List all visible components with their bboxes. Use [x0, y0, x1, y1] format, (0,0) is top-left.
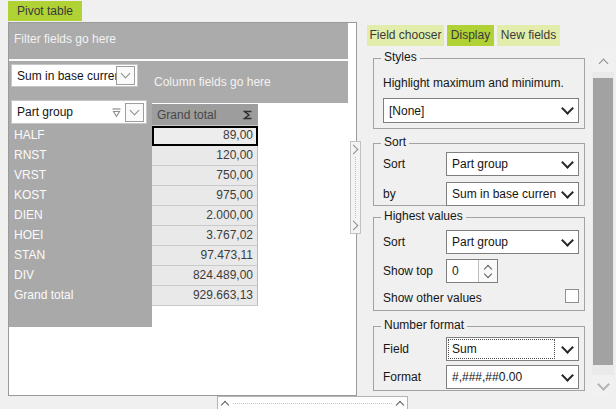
row-label[interactable]: RNST [9, 145, 152, 165]
highlight-style-combobox[interactable]: [None] [383, 98, 579, 123]
show-top-spinner[interactable]: 0 [446, 259, 498, 283]
show-other-values-checkbox[interactable] [565, 289, 579, 303]
row-label[interactable]: Grand total [9, 285, 152, 305]
tab-field-chooser[interactable]: Field chooser [367, 25, 444, 46]
tab-display[interactable]: Display [447, 25, 494, 46]
pivot-header-area: Filter fields go here Column fields go h… [9, 23, 348, 103]
value-cell[interactable]: 750,00 [152, 166, 258, 186]
chevron-down-icon [597, 378, 610, 391]
row-label[interactable]: DIEN [9, 205, 152, 225]
combobox-dropdown-button[interactable] [556, 238, 578, 247]
value-cell[interactable]: 975,00 [152, 186, 258, 206]
value-column: 89,00120,00750,00975,002.000,003.767,029… [152, 125, 258, 306]
combobox-value: Part group [12, 105, 111, 119]
format-label: Format [383, 370, 421, 384]
vertical-scrollbar[interactable] [592, 50, 614, 397]
row-label[interactable]: HOEI [9, 225, 152, 245]
spinner-value: 0 [447, 260, 478, 282]
number-format-legend: Number format [381, 318, 467, 332]
highest-sort-combobox[interactable]: Part group [446, 230, 579, 254]
show-other-values-label: Show other values [383, 291, 482, 305]
sort-label: Sort [383, 157, 405, 171]
chevron-down-icon [561, 102, 574, 115]
sort-by-combobox[interactable]: Sum in base currency [446, 182, 579, 206]
scrollbar-thumb[interactable] [593, 78, 613, 365]
filter-fields-dropzone[interactable]: Filter fields go here [14, 32, 116, 46]
pivot-table-window: Pivot table Filter fields go here Column… [0, 0, 616, 409]
chevron-right-icon [349, 221, 359, 231]
combobox-value: Part group [447, 157, 556, 171]
sort-ascending-icon [111, 107, 122, 118]
value-cell[interactable]: 97.473,11 [152, 246, 258, 266]
combobox-value: Part group [447, 235, 556, 249]
scroll-down-button[interactable] [592, 375, 614, 397]
row-label[interactable]: HALF [9, 125, 152, 145]
chevron-down-icon [561, 234, 574, 247]
highest-values-groupbox: Highest values Sort Part group Show top … [373, 217, 585, 311]
show-top-label: Show top [383, 264, 433, 278]
combobox-dropdown-button[interactable] [116, 66, 135, 85]
combobox-dropdown-button[interactable] [125, 103, 144, 122]
combobox-value: Sum in base currency [12, 69, 116, 83]
number-format-groupbox: Number format Field Sum Format #,###,##0… [373, 326, 585, 391]
format-pattern-combobox[interactable]: #,###,##0.00 [446, 365, 579, 389]
chevron-down-icon [130, 105, 140, 115]
combobox-dropdown-button[interactable] [556, 160, 578, 169]
combobox-dropdown-button[interactable] [556, 345, 578, 354]
summary-sigma-icon [243, 110, 253, 120]
chevron-down-icon [561, 156, 574, 169]
vertical-splitter[interactable] [350, 141, 361, 234]
chevron-up-icon [396, 401, 404, 409]
value-column-header-label: Grand total [157, 108, 243, 122]
value-column-header[interactable]: Grand total [152, 104, 258, 125]
scroll-up-button[interactable] [592, 50, 614, 72]
chevron-down-icon [121, 69, 131, 79]
value-cell[interactable]: 120,00 [152, 146, 258, 166]
column-fields-dropzone[interactable]: Column fields go here [154, 75, 271, 89]
value-cell[interactable]: 929.663,13 [152, 286, 258, 306]
combobox-value: #,###,##0.00 [447, 370, 556, 384]
combobox-value: [None] [384, 104, 556, 118]
tab-pivot-table[interactable]: Pivot table [8, 1, 82, 21]
measure-field-combobox[interactable]: Sum in base currency [11, 64, 138, 87]
chevron-up-icon [598, 58, 608, 68]
header-separator [9, 59, 348, 61]
value-cell[interactable]: 2.000,00 [152, 206, 258, 226]
format-field-combobox[interactable]: Sum [446, 337, 579, 361]
sort-by-label: by [383, 187, 396, 201]
value-cell[interactable]: 89,00 [152, 126, 258, 146]
chevron-down-icon [561, 369, 574, 382]
chevron-right-icon [349, 145, 359, 155]
styles-description: Highlight maximum and minimum. [383, 76, 564, 90]
row-label[interactable]: STAN [9, 245, 152, 265]
field-label: Field [383, 342, 409, 356]
horizontal-splitter-bar[interactable] [217, 396, 408, 409]
combobox-dropdown-button[interactable] [556, 190, 578, 199]
splitter-dots [355, 157, 356, 218]
highest-sort-label: Sort [383, 235, 405, 249]
combobox-dropdown-button[interactable] [556, 373, 578, 382]
combobox-value: Sum [447, 338, 556, 360]
pivot-grid-panel: Filter fields go here Column fields go h… [8, 22, 357, 396]
combobox-dropdown-button[interactable] [556, 106, 578, 115]
row-field-combobox[interactable]: Part group [11, 100, 147, 124]
row-label[interactable]: VRST [9, 165, 152, 185]
styles-groupbox: Styles Highlight maximum and minimum. [N… [373, 58, 585, 129]
row-label[interactable]: DIV [9, 265, 152, 285]
highest-values-legend: Highest values [381, 209, 466, 223]
sort-legend: Sort [381, 135, 409, 149]
sort-field-combobox[interactable]: Part group [446, 152, 579, 176]
chevron-up-icon [221, 401, 229, 409]
value-cell[interactable]: 824.489,00 [152, 266, 258, 286]
scrollbar-track[interactable] [592, 72, 614, 375]
value-cell[interactable]: 3.767,02 [152, 226, 258, 246]
styles-legend: Styles [381, 50, 420, 64]
tab-new-fields[interactable]: New fields [497, 25, 560, 46]
chevron-down-icon [561, 341, 574, 354]
splitter-dots [233, 403, 392, 404]
sort-groupbox: Sort Sort Part group by Sum in base curr… [373, 143, 585, 206]
combobox-value: Sum in base currency [447, 187, 556, 201]
row-label[interactable]: KOST [9, 185, 152, 205]
chevron-down-icon [561, 186, 574, 199]
spinner-buttons[interactable] [478, 260, 497, 282]
